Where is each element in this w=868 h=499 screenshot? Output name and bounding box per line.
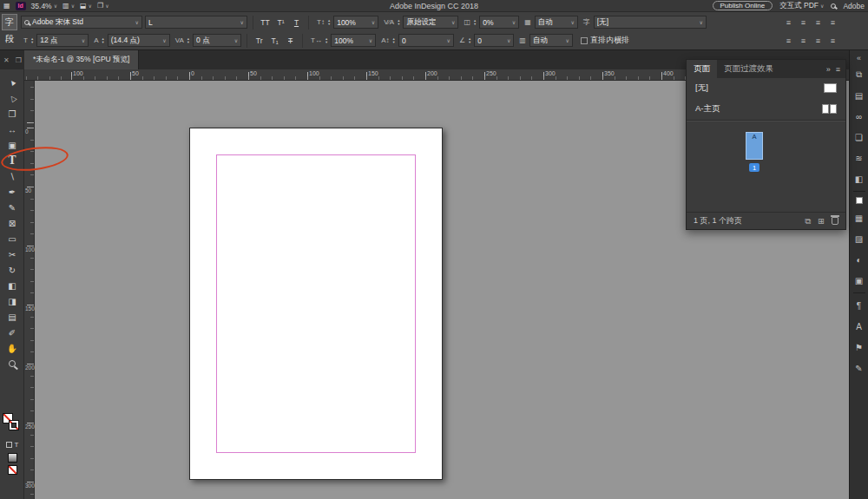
horizontal-scale-field[interactable]: 100% ∨ (331, 34, 376, 47)
pencil-tool[interactable]: ✎ (0, 200, 24, 215)
stroke-swatch[interactable] (9, 420, 19, 430)
pages-panel-icon[interactable]: ⧉ (850, 64, 868, 85)
page-1-number-badge[interactable]: 1 (749, 163, 760, 172)
dock-close-icon[interactable]: ✕ (3, 56, 10, 64)
paragraph-styles-panel-icon[interactable]: ¶ (850, 295, 868, 316)
effects-panel-icon[interactable]: ◐ (850, 249, 868, 270)
zoom-tool[interactable] (0, 356, 24, 371)
rectangle-frame-tool[interactable]: ⊠ (0, 215, 24, 231)
tatechuyoko-checkbox[interactable]: 直排内横排 (581, 35, 629, 46)
grid-jidori-field[interactable]: 自动 ∨ (529, 34, 573, 47)
small-caps-button[interactable]: Tr (253, 34, 266, 47)
app-grid-icon[interactable]: ▦ (3, 2, 10, 10)
free-transform-tool[interactable]: ↻ (0, 262, 24, 278)
justify-last-right-icon[interactable]: ≡ (812, 35, 824, 46)
page-1-thumbnail[interactable]: A (746, 132, 763, 160)
kerning-field[interactable]: 原始设定 ∨ (403, 16, 458, 29)
formatting-affects-text-icon[interactable]: T (15, 441, 19, 449)
font-family-select[interactable]: Adobe 宋体 Std ∨ (21, 16, 142, 29)
tracking-field[interactable]: 0 点 ∨ (193, 34, 241, 47)
gradient-feather-tool[interactable]: ◨ (0, 293, 24, 309)
type-tool[interactable]: T (0, 153, 24, 168)
swatches-panel-icon[interactable]: ▦ (850, 207, 868, 228)
align-right-icon[interactable]: ≡ (812, 16, 824, 28)
edit-page-size-icon[interactable]: ⧉ (805, 216, 811, 227)
horizontal-scale-stepper[interactable]: ▴▾ (326, 37, 327, 44)
rectangle-tool[interactable]: ▭ (0, 231, 24, 246)
publish-online-button[interactable]: Publish Online (713, 1, 773, 10)
align-left-icon[interactable]: ≡ (783, 16, 794, 28)
document-page[interactable] (189, 128, 443, 480)
eyedropper-tool[interactable]: ✐ (0, 325, 24, 340)
formatting-affects-container-icon[interactable] (6, 442, 12, 448)
leading-stepper[interactable]: ▴▾ (102, 37, 104, 44)
document-tab[interactable]: *未命名-1 @ 35% [GPU 预览] (24, 50, 140, 69)
superscript-button[interactable]: T¹ (274, 16, 287, 29)
strikethrough-button[interactable]: T (284, 34, 297, 47)
tab-pages[interactable]: 页面 (687, 60, 717, 78)
grid-count-field[interactable]: 自动 ∨ (535, 16, 578, 29)
kerning-stepper[interactable]: ▴▾ (398, 19, 399, 26)
tracking-stepper[interactable]: ▴▾ (187, 37, 189, 44)
page-tool[interactable]: ❐ (0, 106, 24, 121)
master-row-none[interactable]: [无] (687, 78, 845, 97)
justify-icon[interactable]: ≡ (827, 16, 838, 28)
align-center-icon[interactable]: ≡ (798, 16, 809, 28)
view-options-dropdown[interactable]: ▥ ∨ (62, 2, 75, 10)
color-panel-icon[interactable]: ◧ (850, 168, 868, 189)
paragraph-formatting-tab[interactable]: 段 (2, 30, 17, 47)
character-style-select[interactable]: [无] ∨ (594, 16, 707, 29)
justify-last-center-icon[interactable]: ≡ (798, 35, 809, 46)
leading-field[interactable]: (14.4 点) ∨ (108, 34, 170, 47)
master-row-a[interactable]: A-主页 (687, 97, 845, 120)
stroke-panel-icon[interactable]: ≋ (850, 148, 868, 168)
panel-menu-icon[interactable]: ≡ (836, 65, 840, 74)
panel-collapse-icon[interactable]: » (826, 65, 831, 74)
dock-expand-icon[interactable]: « (857, 52, 861, 64)
apply-none-icon[interactable] (8, 465, 17, 475)
gradient-swatch-tool[interactable]: ◧ (0, 278, 24, 293)
gradient-panel-icon[interactable]: ▨ (850, 228, 868, 249)
font-size-stepper[interactable]: ▴▾ (31, 37, 33, 44)
notes-panel-icon[interactable]: ✎ (850, 358, 868, 378)
layers-panel-icon[interactable]: ❏ (850, 127, 868, 148)
pen-tool[interactable]: ✒ (0, 184, 24, 200)
apply-gradient-icon[interactable] (8, 453, 17, 463)
vertical-scale-field[interactable]: 100% ∨ (333, 16, 378, 29)
font-style-select[interactable]: L ∨ (145, 16, 247, 29)
character-styles-panel-icon[interactable]: A (850, 316, 868, 337)
note-tool[interactable]: ▤ (0, 309, 24, 325)
screen-mode-dropdown[interactable]: ⬓ ∨ (80, 2, 92, 10)
scissors-tool[interactable]: ✂ (0, 246, 24, 262)
vertical-scale-stepper[interactable]: ▴▾ (328, 19, 330, 26)
baseline-shift-field[interactable]: 0 ∨ (398, 34, 454, 47)
dock-collapse-icon[interactable]: ❒ (16, 56, 22, 64)
all-caps-button[interactable]: TT (259, 16, 272, 29)
bookmarks-panel-icon[interactable]: ⚑ (850, 337, 868, 358)
subscript-button[interactable]: T₁ (268, 34, 281, 47)
arrange-documents-dropdown[interactable]: ❐ ∨ (97, 2, 109, 10)
object-styles-panel-icon[interactable]: ▣ (850, 270, 868, 291)
skew-stepper[interactable]: ▴▾ (469, 37, 470, 44)
direct-selection-tool[interactable]: △ (0, 90, 24, 106)
adobe-stock-search[interactable]: Adobe (843, 2, 865, 10)
delete-page-icon[interactable] (832, 217, 838, 225)
justify-last-left-icon[interactable]: ≡ (783, 35, 794, 46)
selection-tool[interactable]: ▲ (0, 75, 24, 90)
pages-thumbnails-area[interactable]: A 1 (687, 121, 845, 215)
cc-libraries-panel-icon[interactable]: ▤ (850, 85, 868, 106)
baseline-shift-stepper[interactable]: ▴▾ (393, 37, 395, 44)
zoom-level-dropdown[interactable]: 35.4% ∨ (31, 2, 58, 10)
proportional-spacing-field[interactable]: 0% ∨ (479, 16, 519, 29)
skew-field[interactable]: 0 ∨ (474, 34, 514, 47)
tab-page-transitions[interactable]: 页面过渡效果 (717, 60, 780, 78)
gap-tool[interactable]: ↔ (0, 121, 24, 137)
vertical-ruler[interactable]: 0 50 100 150 200 250 300 (24, 81, 35, 499)
line-tool[interactable]: ∖ (0, 168, 24, 184)
hand-tool[interactable]: ✋ (0, 340, 24, 356)
underline-button[interactable]: T (290, 16, 303, 29)
proportional-spacing-stepper[interactable]: ▴▾ (474, 19, 476, 26)
links-panel-icon[interactable]: ∞ (850, 106, 868, 127)
content-collector-tool[interactable]: ▣ (0, 137, 24, 153)
font-size-field[interactable]: 12 点 ∨ (36, 34, 89, 47)
